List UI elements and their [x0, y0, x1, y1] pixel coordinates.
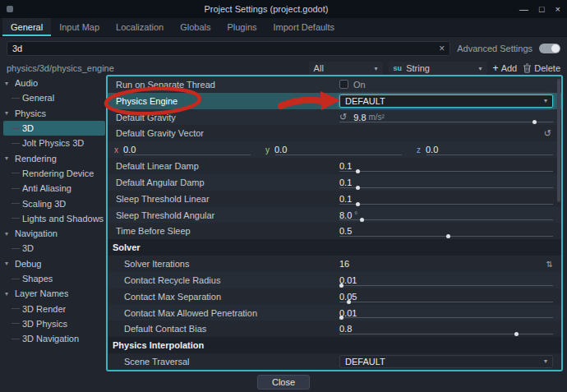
sidebar-item-general[interactable]: General [3, 90, 105, 105]
number-field[interactable]: 0.1 [334, 174, 561, 191]
setting-label: Default Linear Damp [108, 158, 334, 174]
tab-globals[interactable]: Globals [172, 18, 219, 36]
chevron-down-icon: ▾ [544, 97, 547, 104]
revert-icon[interactable]: ↺ [339, 112, 347, 122]
sidebar-item-physics[interactable]: ▾Physics [3, 106, 105, 121]
chevron-down-icon: ▾ [5, 290, 12, 297]
number-field[interactable]: 0.01 [334, 272, 561, 288]
feature-filter-value: All [314, 63, 324, 73]
slider-track [339, 302, 553, 302]
sidebar-item-3d-navigation[interactable]: 3D Navigation [3, 331, 105, 346]
slider-track [426, 154, 553, 155]
slider-grabber[interactable] [532, 120, 537, 124]
setting-row-scene-traversal: Scene Traversal DEFAULT ▾ [108, 353, 561, 370]
tab-localization[interactable]: Localization [108, 18, 172, 36]
physics-engine-dropdown[interactable]: DEFAULT ▾ [339, 95, 553, 108]
slider-grabber[interactable] [347, 300, 351, 304]
sidebar-item-rendering-device[interactable]: Rendering Device [3, 166, 105, 181]
close-button[interactable]: Close [257, 375, 310, 390]
vector-z-field[interactable]: z 0.0 [410, 141, 561, 158]
chevron-down-icon: ▾ [5, 154, 12, 162]
checkbox[interactable] [339, 80, 348, 89]
string-type-icon: su [394, 64, 403, 72]
number-field[interactable]: 16 ⇅ [334, 256, 561, 272]
sidebar-item-layer-names[interactable]: ▾Layer Names [3, 286, 105, 301]
feature-filter-dropdown[interactable]: All ▾ [309, 62, 383, 76]
sidebar-item-anti-aliasing[interactable]: Anti Aliasing [3, 181, 105, 196]
slider-track [339, 285, 553, 286]
sidebar-item-3d[interactable]: 3D [3, 121, 105, 136]
default-gravity-field[interactable]: ↺ 9.8 m/s² [334, 109, 561, 126]
add-button[interactable]: + Add [493, 62, 518, 74]
clear-search-icon[interactable]: × [439, 43, 445, 54]
delete-label: Delete [534, 63, 560, 73]
tree-guide [12, 279, 20, 279]
scene-traversal-dropdown[interactable]: DEFAULT ▾ [339, 355, 553, 368]
sidebar-item-navigation[interactable]: ▾Navigation [3, 226, 105, 241]
setting-row-default-gravity: Default Gravity ↺ 9.8 m/s² [108, 109, 561, 126]
number-field[interactable]: 0.05 [334, 288, 561, 305]
revert-icon[interactable]: ↺ [544, 128, 551, 139]
tab-plugins[interactable]: Plugins [219, 18, 265, 36]
slider-track [339, 171, 553, 172]
search-row: 3d × Advanced Settings [0, 39, 567, 58]
slider-grabber[interactable] [446, 234, 450, 238]
number-field[interactable]: 0.1 [334, 191, 561, 207]
sidebar-item-jolt-physics-3d[interactable]: Jolt Physics 3D [3, 136, 105, 150]
setting-label: Default Contact Bias [108, 321, 334, 337]
advanced-settings-label: Advanced Settings [457, 44, 532, 53]
sidebar-item-scaling-3d[interactable]: Scaling 3D [3, 196, 105, 210]
setting-label: Contact Recycle Radius [108, 272, 334, 288]
slider-track [339, 334, 553, 334]
sidebar-item-lights-and-shadows[interactable]: Lights and Shadows [3, 211, 105, 226]
slider-grabber[interactable] [356, 202, 360, 206]
dropdown-value: DEFAULT [345, 96, 385, 106]
tab-general[interactable]: General [2, 18, 51, 36]
tab-bar: General Input Map Localization Globals P… [0, 18, 567, 37]
number-field[interactable]: 0.5 [334, 223, 561, 239]
tab-input-map[interactable]: Input Map [51, 18, 108, 36]
number-field[interactable]: 0.01 [334, 305, 561, 321]
number-field[interactable]: 8.0 ° [334, 207, 561, 224]
minimize-button[interactable]: — [519, 4, 528, 14]
slider-grabber[interactable] [339, 284, 343, 288]
setting-row-contact-max-allowed-penetration: Contact Max Allowed Penetration 0.01 [108, 305, 561, 321]
sidebar-item-shapes[interactable]: Shapes [3, 271, 105, 286]
setting-label: Time Before Sleep [108, 223, 334, 239]
tree-guide [12, 143, 20, 144]
sidebar-item-3d-physics[interactable]: 3D Physics [3, 316, 105, 331]
number-field[interactable]: 0.8 [334, 321, 561, 337]
sidebar-item-audio[interactable]: ▾Audio [3, 76, 105, 90]
slider-track [339, 317, 553, 318]
scrollbar[interactable] [557, 79, 560, 202]
chevron-down-icon: ▾ [5, 80, 12, 87]
slider-grabber[interactable] [514, 332, 519, 336]
setting-label: Sleep Threshold Angular [108, 207, 334, 224]
dropdown-value: DEFAULT [345, 357, 385, 367]
number-field[interactable]: 0.1 [334, 158, 561, 174]
slider-track [339, 219, 553, 220]
spinner-updown-icon[interactable]: ⇅ [546, 260, 553, 269]
slider-grabber[interactable] [356, 186, 360, 190]
advanced-settings-toggle[interactable] [539, 44, 560, 53]
sidebar-item-navigation-3d[interactable]: 3D [3, 241, 105, 256]
type-dropdown[interactable]: su String ▾ [389, 62, 487, 76]
slider-grabber[interactable] [339, 316, 343, 320]
delete-button[interactable]: Delete [523, 63, 560, 73]
vector-y-field[interactable]: y 0.0 [259, 141, 410, 158]
slider-grabber[interactable] [356, 169, 360, 173]
slider-track [275, 154, 402, 155]
close-window-button[interactable]: × [555, 4, 560, 14]
maximize-button[interactable]: □ [539, 4, 545, 14]
setting-row-default-gravity-vector: Default Gravity Vector ↺ [108, 125, 561, 141]
tab-import-defaults[interactable]: Import Defaults [265, 18, 343, 36]
slider-grabber[interactable] [360, 218, 364, 222]
sidebar-item-debug[interactable]: ▾Debug [3, 256, 105, 271]
search-input[interactable]: 3d × [7, 41, 450, 56]
chevron-down-icon: ▾ [479, 65, 482, 72]
sidebar-item-3d-render[interactable]: 3D Render [3, 301, 105, 316]
setting-label: Physics Engine [108, 93, 334, 109]
vector-x-field[interactable]: x 0.0 [108, 141, 259, 158]
sidebar-item-rendering[interactable]: ▾Rendering [3, 150, 105, 165]
content-area: ▾Audio General ▾Physics 3D Jolt Physics … [0, 74, 567, 372]
